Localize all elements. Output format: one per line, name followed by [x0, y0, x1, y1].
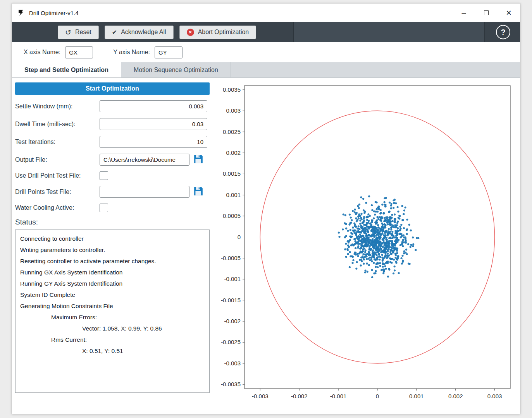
- status-line: Connecting to controller: [20, 233, 205, 244]
- status-line: Running GX Axis System Identification: [20, 267, 205, 278]
- maximize-button[interactable]: [475, 3, 498, 22]
- svg-text:-0.002: -0.002: [224, 318, 241, 324]
- svg-text:-0.001: -0.001: [330, 393, 347, 399]
- use-drill-point-row: Use Drill Point Test File:: [15, 171, 210, 180]
- reset-label: Reset: [75, 29, 91, 36]
- dwell-time-row: Dwell Time (milli-sec):: [15, 118, 210, 130]
- svg-text:-0.0015: -0.0015: [221, 297, 241, 303]
- axis-name-row: X axis Name: Y axis Name:: [12, 42, 520, 62]
- abort-icon: ✕: [187, 29, 194, 36]
- svg-text:0: 0: [376, 393, 379, 399]
- plot-area: -0.003-0.002-0.00100.0010.0020.0030.0035…: [213, 78, 520, 415]
- minimize-icon: –: [461, 9, 466, 17]
- settle-window-label: Settle Window (mm):: [15, 103, 100, 110]
- floppy-disk-icon: [193, 154, 204, 165]
- svg-text:0.001: 0.001: [409, 393, 424, 399]
- minimize-button[interactable]: –: [453, 3, 475, 22]
- status-line: System ID Complete: [20, 289, 205, 300]
- app-window: Drill Optimizer-v1.4 – × ↺ Reset ✔ Ackno…: [12, 3, 520, 414]
- help-button[interactable]: ?: [496, 25, 510, 39]
- use-drill-point-label: Use Drill Point Test File:: [15, 172, 100, 179]
- svg-text:0.0025: 0.0025: [223, 128, 241, 135]
- status-line: Maximum Errors:: [20, 312, 205, 323]
- drill-points-file-row: Drill Points Test File:: [15, 186, 210, 198]
- close-icon: ×: [506, 7, 511, 18]
- titlebar: Drill Optimizer-v1.4 – ×: [12, 3, 520, 22]
- drill-points-file-input[interactable]: [100, 186, 189, 198]
- svg-text:0.003: 0.003: [226, 107, 241, 114]
- svg-text:-0.0005: -0.0005: [221, 255, 241, 261]
- svg-text:0.003: 0.003: [487, 393, 502, 399]
- settle-window-row: Settle Window (mm):: [15, 100, 210, 112]
- toolbar: ↺ Reset ✔ Acknowledge All ✕ Abort Optimi…: [12, 22, 520, 42]
- check-icon: ✔: [112, 29, 117, 36]
- test-iterations-input[interactable]: [100, 136, 207, 148]
- y-axis-name-input[interactable]: [155, 46, 182, 58]
- tab-bar: Step and Settle Optimization Motion Sequ…: [12, 62, 520, 78]
- svg-text:0: 0: [238, 234, 241, 240]
- settings-panel: Start Optimization Settle Window (mm): D…: [12, 78, 213, 415]
- status-line: X: 0.51, Y: 0.51: [20, 345, 205, 356]
- svg-text:0.0015: 0.0015: [223, 170, 241, 177]
- status-line: Running GY Axis System Identification: [20, 278, 205, 289]
- svg-text:-0.0035: -0.0035: [221, 381, 241, 387]
- svg-text:-0.003: -0.003: [224, 360, 241, 367]
- status-title: Status:: [15, 218, 210, 226]
- acknowledge-all-button[interactable]: ✔ Acknowledge All: [105, 26, 174, 39]
- dwell-time-label: Dwell Time (milli-sec):: [15, 121, 100, 128]
- svg-text:0.002: 0.002: [448, 393, 463, 399]
- start-optimization-button[interactable]: Start Optimization: [15, 82, 210, 95]
- reset-button[interactable]: ↺ Reset: [58, 26, 99, 39]
- status-line: Rms Current:: [20, 334, 205, 345]
- svg-text:-0.0025: -0.0025: [221, 339, 241, 345]
- main-content: Start Optimization Settle Window (mm): D…: [12, 78, 520, 415]
- test-iterations-label: Test Iterations:: [15, 139, 100, 146]
- maximize-icon: [484, 10, 489, 15]
- svg-text:-0.002: -0.002: [291, 393, 308, 399]
- svg-text:0.002: 0.002: [226, 149, 241, 156]
- tab-motion-sequence-optimization[interactable]: Motion Sequence Optimization: [121, 62, 231, 77]
- water-cooling-row: Water Cooling Active:: [15, 204, 210, 212]
- scatter-plot-svg: -0.003-0.002-0.00100.0010.0020.0030.0035…: [216, 80, 518, 407]
- svg-text:0.001: 0.001: [226, 192, 241, 198]
- acknowledge-all-label: Acknowledge All: [121, 29, 166, 36]
- water-cooling-label: Water Cooling Active:: [15, 204, 100, 211]
- status-line: Generating Motion Constraints File: [20, 300, 205, 312]
- drill-points-file-label: Drill Points Test File:: [15, 188, 100, 195]
- svg-text:0.0005: 0.0005: [223, 212, 241, 219]
- water-cooling-checkbox[interactable]: [100, 204, 108, 212]
- test-iterations-row: Test Iterations:: [15, 136, 210, 148]
- output-file-save-button[interactable]: [193, 154, 205, 165]
- window-controls: – ×: [453, 3, 520, 22]
- close-button[interactable]: ×: [498, 3, 520, 22]
- dwell-time-input[interactable]: [100, 118, 207, 130]
- reset-icon: ↺: [65, 29, 71, 36]
- output-file-label: Output File:: [15, 156, 100, 163]
- window-title: Drill Optimizer-v1.4: [29, 10, 79, 16]
- x-axis-name-input[interactable]: [65, 46, 93, 58]
- abort-optimization-label: Abort Optimization: [198, 29, 249, 36]
- step-settle-scatter-chart: -0.003-0.002-0.00100.0010.0020.0030.0035…: [216, 80, 518, 409]
- status-line: Writing parameters to controller.: [20, 244, 205, 255]
- output-file-row: Output File:: [15, 154, 210, 166]
- abort-optimization-button[interactable]: ✕ Abort Optimization: [179, 26, 257, 39]
- floppy-disk-icon: [193, 186, 204, 197]
- x-axis-name-label: X axis Name:: [24, 49, 60, 56]
- svg-text:0.0035: 0.0035: [223, 86, 241, 93]
- use-drill-point-checkbox[interactable]: [100, 171, 108, 180]
- status-line: Resetting controller to activate paramet…: [20, 255, 205, 267]
- app-icon: [17, 9, 25, 17]
- status-log: Connecting to controllerWriting paramete…: [15, 230, 210, 393]
- toolbar-empty-panel: [293, 22, 485, 42]
- svg-text:-0.001: -0.001: [224, 276, 241, 282]
- y-axis-name-label: Y axis Name:: [113, 49, 150, 56]
- status-line: Vector: 1.058, X: 0.99, Y: 0.86: [20, 323, 205, 334]
- help-icon: ?: [501, 28, 505, 37]
- output-file-input[interactable]: [100, 154, 189, 166]
- drill-points-file-save-button[interactable]: [193, 187, 205, 197]
- settle-window-input[interactable]: [100, 100, 207, 112]
- tab-step-and-settle-optimization[interactable]: Step and Settle Optimization: [12, 62, 121, 77]
- svg-text:-0.003: -0.003: [252, 393, 269, 399]
